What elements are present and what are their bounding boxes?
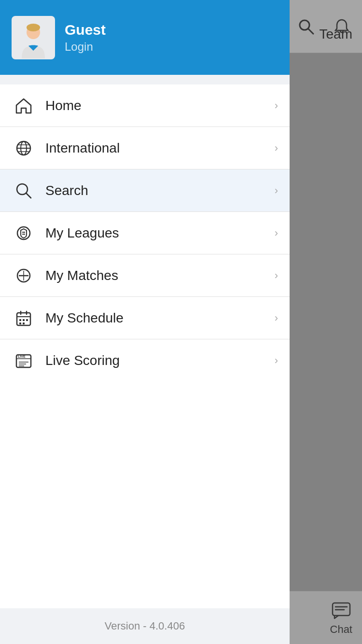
international-label: International [45,140,275,156]
my-leagues-chevron: › [275,227,278,239]
svg-line-13 [26,193,31,198]
svg-rect-26 [26,319,28,321]
live-scoring-label: Live Scoring [45,353,275,368]
home-label: Home [45,98,275,113]
globe-icon [12,136,36,160]
svg-rect-24 [19,319,21,321]
my-leagues-label: My Leagues [45,225,275,241]
matches-icon [12,264,36,288]
live-scoring-chevron: › [275,354,278,367]
svg-text:LIVE: LIVE [18,355,26,358]
leagues-icon [12,221,36,245]
svg-point-6 [27,24,40,31]
my-schedule-chevron: › [275,312,278,324]
schedule-icon [12,306,36,330]
avatar [12,16,55,59]
drawer: Guest Login Home › [0,0,290,644]
search-label: Search [45,183,275,198]
menu-item-home[interactable]: Home › [0,84,290,127]
menu-item-search[interactable]: Search › [0,169,290,212]
home-chevron: › [275,99,278,112]
menu-item-international[interactable]: International › [0,127,290,169]
menu-item-my-schedule[interactable]: My Schedule › [0,297,290,339]
live-scoring-icon: LIVE [12,349,36,373]
user-name: Guest [65,22,106,38]
menu-list: Home › International › [0,84,290,608]
search-chevron: › [275,184,278,197]
home-icon [12,94,36,118]
svg-rect-25 [23,319,25,321]
version-text: Version - 4.0.406 [0,608,290,644]
user-login-link[interactable]: Login [65,40,106,54]
user-info: Guest Login [65,22,106,54]
my-matches-label: My Matches [45,268,275,283]
international-chevron: › [275,142,278,154]
menu-item-live-scoring[interactable]: LIVE Live Scoring › [0,339,290,382]
drawer-header[interactable]: Guest Login [0,0,290,75]
menu-item-my-leagues[interactable]: My Leagues › [0,212,290,254]
svg-rect-27 [19,322,21,324]
my-matches-chevron: › [275,269,278,282]
search-menu-icon [12,179,36,203]
svg-rect-28 [23,322,25,324]
menu-item-my-matches[interactable]: My Matches › [0,254,290,297]
my-schedule-label: My Schedule [45,310,275,326]
